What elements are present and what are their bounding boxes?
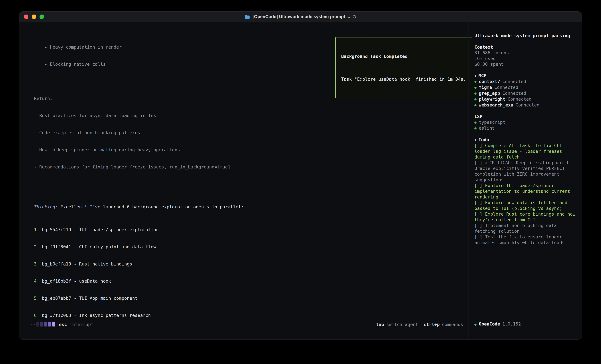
todo-item: [ ] Explore Rust core bindings and how t… — [474, 211, 577, 223]
status-dot-icon: ● — [474, 97, 477, 101]
mcp-section: ▼MCP ●context7Connected ●figmaConnected … — [474, 73, 577, 108]
agent-list-item: 4. bg_df18bb3f - useData hook — [28, 278, 469, 284]
todo-item: [ ] ⚠CRITICAL: Keep iterating until Orac… — [474, 160, 577, 183]
tab-key-label: switch agent — [386, 322, 418, 327]
todo-item: [ ] Explore how data is fetched and pass… — [474, 200, 577, 211]
chevron-down-icon: ▼ — [474, 138, 477, 142]
mcp-heading[interactable]: ▼MCP — [474, 73, 577, 79]
context-section: Context 31,686 tokens 16% used $0.00 spe… — [474, 44, 577, 67]
todo-heading[interactable]: ▼Todo — [474, 137, 577, 143]
todo-section: ▼Todo [ ] Complete ALL tasks to fix CLI … — [474, 137, 577, 245]
lsp-item: ●eslint — [474, 125, 577, 131]
esc-key-hint: esc — [59, 322, 67, 327]
status-dot-icon: ● — [474, 86, 477, 89]
app-window: [OpenCode] Ultrawork mode system prompt … — [19, 11, 582, 340]
esc-key-label: interrupt — [70, 322, 93, 327]
app-version-footer: ● OpenCode 1.0.152 — [474, 321, 521, 327]
thinking-label: Thinking: — [34, 204, 58, 209]
chevron-down-icon: ▼ — [474, 74, 477, 78]
app-version: 1.0.152 — [502, 321, 521, 327]
mcp-item: ●playwrightConnected — [474, 96, 577, 102]
agent-list-item: 3. bg_b0effa19 - Rust native bindings — [28, 261, 469, 267]
mcp-item: ●figmaConnected — [474, 85, 577, 90]
thinking-text: Excellent! I've launched 6 background ex… — [58, 204, 244, 209]
terminal-line — [28, 181, 469, 187]
context-spent: $0.00 spent — [474, 61, 577, 67]
progress-spinner: esc interrupt — [31, 322, 93, 327]
lsp-heading: LSP — [474, 114, 577, 119]
context-tokens: 31,686 tokens — [474, 50, 577, 56]
mcp-item: ●context7Connected — [474, 79, 577, 85]
agent-list-item: 5. bg_eb87ebb7 - TUI App main component — [28, 295, 469, 301]
terminal-pane: - Heavy computation in render - Blocking… — [19, 22, 469, 339]
mcp-item: ●grep_appConnected — [474, 90, 577, 96]
agent-list-item: 1. bg_5547c219 - TUI loader/spinner expl… — [28, 227, 469, 232]
titlebar: [OpenCode] Ultrawork mode system prompt … — [19, 12, 582, 22]
context-heading: Context — [474, 44, 577, 50]
todo-item: [ ] Implement non-blocking data fetching… — [474, 223, 577, 234]
terminal-line: - Code examples of non-blocking patterns — [28, 130, 469, 135]
todo-item: [ ] Test the fix to ensure loader animat… — [474, 234, 577, 245]
status-dot-icon: ● — [474, 80, 477, 84]
close-window-button[interactable] — [24, 15, 29, 19]
status-dot-icon: ● — [474, 120, 477, 124]
app-brand: OpenCode — [479, 321, 500, 327]
thinking-line: Thinking: Excellent! I've launched 6 bac… — [28, 204, 469, 210]
warning-icon: ⚠ — [485, 160, 488, 165]
keyboard-hints: tabswitch agentctrl+pcommands — [376, 322, 463, 327]
record-indicator-icon — [353, 15, 356, 19]
terminal-line: - Best practices for async data loading … — [28, 113, 469, 118]
sidebar: Ultrawork mode system prompt parsing Con… — [468, 22, 582, 339]
status-dot-icon: ● — [474, 322, 477, 327]
status-dot-icon: ● — [474, 126, 477, 130]
ctrlp-key-hint: ctrl+p — [424, 322, 440, 327]
notification-title: Background Task Completed — [341, 54, 467, 59]
window-title: [OpenCode] Ultrawork mode system prompt … — [252, 14, 350, 19]
todo-item: [ ] Complete ALL tasks to fix CLI loader… — [474, 143, 577, 160]
status-dot-icon: ● — [474, 91, 477, 95]
zoom-window-button[interactable] — [40, 15, 44, 19]
window-title-area: [OpenCode] Ultrawork mode system prompt … — [245, 14, 356, 19]
folder-icon — [245, 15, 250, 19]
agent-list-item: 6. bg_37f1c003 - Ink async patterns rese… — [28, 312, 469, 318]
agent-list-item: 2. bg_f9ff3041 - CLI entry point and dat… — [28, 244, 469, 250]
terminal-line: - Recommendations for fixing loader free… — [28, 164, 469, 170]
status-dot-icon: ● — [474, 103, 477, 107]
terminal-line — [28, 330, 469, 335]
notification-toast: Background Task Completed Task "Explore … — [335, 37, 472, 98]
mcp-item: ●websearch_exaConnected — [474, 102, 577, 108]
lsp-item: ●typescript — [474, 119, 577, 125]
lsp-section: LSP ●typescript ●eslint — [474, 114, 577, 131]
session-title: Ultrawork mode system prompt parsing — [474, 33, 577, 38]
terminal-line: - How to keep spinner animating during h… — [28, 147, 469, 153]
minimize-window-button[interactable] — [32, 15, 36, 19]
tab-key-hint: tab — [376, 322, 384, 327]
status-bar: esc interrupt tabswitch agentctrl+pcomma… — [31, 321, 463, 327]
context-used: 16% used — [474, 56, 577, 61]
notification-body: Task "Explore useData hook" finished in … — [341, 76, 467, 82]
traffic-lights — [24, 15, 44, 19]
todo-item: [ ] Explore TUI loader/spinner implement… — [474, 183, 577, 200]
ctrlp-key-label: commands — [442, 322, 463, 327]
